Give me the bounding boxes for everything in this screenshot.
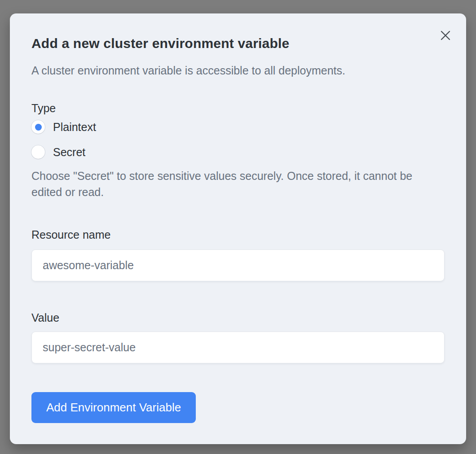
resource-name-label: Resource name: [31, 227, 445, 242]
radio-button-secret[interactable]: [31, 145, 45, 159]
radio-label-secret: Secret: [53, 146, 85, 159]
dialog-title: Add a new cluster environment variable: [31, 35, 445, 52]
modal-backdrop: Add a new cluster environment variable A…: [0, 0, 476, 454]
type-group-label: Type: [31, 100, 445, 116]
value-input[interactable]: [31, 332, 445, 363]
dialog-subtitle: A cluster environment variable is access…: [31, 63, 445, 78]
close-icon: [440, 30, 451, 42]
secret-help-text: Choose "Secret" to store sensitive value…: [31, 168, 445, 200]
radio-option-secret[interactable]: Secret: [31, 144, 445, 160]
resource-name-input[interactable]: [31, 249, 445, 281]
radio-selected-dot: [35, 124, 42, 131]
value-label: Value: [31, 310, 445, 325]
radio-option-plaintext[interactable]: Plaintext: [31, 119, 445, 135]
add-env-var-dialog: Add a new cluster environment variable A…: [10, 13, 466, 444]
radio-button-plaintext[interactable]: [31, 120, 45, 134]
add-environment-variable-button[interactable]: Add Environment Variable: [31, 392, 196, 423]
radio-label-plaintext: Plaintext: [53, 121, 96, 134]
close-button[interactable]: [438, 29, 453, 43]
